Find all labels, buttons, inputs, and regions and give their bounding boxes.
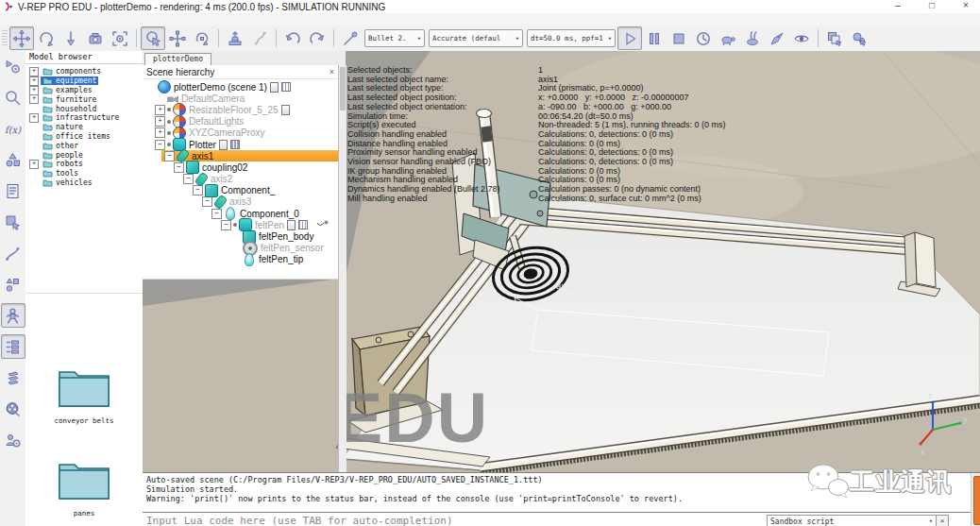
timestep-combo[interactable]: dt=50.0 ms, ppf=1 ▾ <box>527 29 616 47</box>
expand-toggle[interactable]: − <box>211 209 222 219</box>
object-properties-button[interactable] <box>1 85 25 110</box>
folder-body[interactable]: examples <box>41 86 94 94</box>
customization-badge-icon[interactable] <box>230 140 240 149</box>
simulation-settings-button[interactable] <box>1 54 25 78</box>
camera-pan-button[interactable] <box>9 26 34 50</box>
minimize-button[interactable]: – <box>891 0 904 13</box>
model-folder-row[interactable]: vehicles <box>29 178 143 188</box>
hierarchy-toggle-button[interactable] <box>1 334 25 359</box>
scripts-button[interactable] <box>1 178 25 203</box>
lua-code-input[interactable] <box>143 513 767 526</box>
folder-body[interactable]: office items <box>41 132 112 141</box>
model-thumbnail-conveyor[interactable]: conveyor belts <box>48 363 120 425</box>
select-button[interactable] <box>141 26 165 50</box>
hierarchy-row[interactable]: − axis3 <box>199 196 338 208</box>
model-folder-row[interactable]: + equipment <box>29 76 143 86</box>
expand-toggle[interactable]: − <box>164 151 175 161</box>
toolbar-grip[interactable] <box>2 30 8 47</box>
expand-toggle[interactable]: + <box>155 105 165 115</box>
visualization-toggle-button[interactable] <box>789 26 814 50</box>
hierarchy-row[interactable]: feltPen_body <box>228 230 338 242</box>
hierarchy-scrollbar[interactable] <box>338 65 346 472</box>
fit-to-view-button[interactable] <box>108 26 132 50</box>
expand-toggle[interactable]: + <box>29 94 39 104</box>
customization-badge-icon[interactable] <box>298 220 308 229</box>
close-icon[interactable]: × <box>329 67 334 76</box>
folder-body[interactable]: furniture <box>41 95 98 104</box>
script-target-combo[interactable]: Sandbox script ▾ <box>767 515 937 526</box>
model-browser-toggle-button[interactable] <box>1 303 25 328</box>
title-bar[interactable]: V-REP PRO EDU - plotterDemo - rendering:… <box>0 0 980 13</box>
folder-body[interactable]: equipment <box>41 76 98 85</box>
model-folder-row[interactable]: office items <box>29 132 143 142</box>
hierarchy-row[interactable]: + ResizableFloor_5_25 <box>152 104 338 115</box>
expand-toggle[interactable]: + <box>155 116 165 127</box>
assemble-button[interactable] <box>223 26 247 50</box>
stop-button[interactable] <box>667 26 691 50</box>
model-folder-row[interactable]: + furniture <box>29 94 143 104</box>
expand-toggle[interactable]: + <box>29 113 39 123</box>
model-folder-row[interactable]: + components <box>29 67 143 76</box>
expand-toggle[interactable]: + <box>155 127 165 138</box>
redo-button[interactable] <box>305 26 329 50</box>
hierarchy-row[interactable]: feltPen_tip <box>228 254 338 265</box>
video-recorder-button[interactable] <box>1 397 25 421</box>
expand-toggle[interactable]: − <box>174 162 184 173</box>
expand-toggle[interactable]: − <box>155 140 165 150</box>
object-translate-button[interactable] <box>165 26 190 50</box>
folder-body[interactable]: other <box>41 142 80 150</box>
speed-up-rabbit-button[interactable] <box>740 26 765 50</box>
page-selector-button[interactable] <box>822 26 847 50</box>
undo-button[interactable] <box>280 26 305 50</box>
expand-toggle[interactable]: − <box>183 174 194 184</box>
model-folder-row[interactable]: + infrastructure <box>29 113 143 123</box>
folder-body[interactable]: nature <box>41 123 85 131</box>
expand-toggle[interactable]: + <box>29 76 39 86</box>
close-button[interactable]: × <box>959 0 972 13</box>
model-folder-row[interactable]: other <box>29 141 143 150</box>
hierarchy-row[interactable]: − feltPen <box>218 219 338 230</box>
pen-marker-button[interactable] <box>338 26 363 50</box>
physics-engine-combo[interactable]: Bullet 2. ▾ <box>364 29 425 47</box>
expand-toggle[interactable]: − <box>202 196 212 207</box>
folder-body[interactable]: people <box>41 151 85 160</box>
shape-edit-button[interactable] <box>1 210 25 234</box>
play-button[interactable] <box>617 26 642 50</box>
hierarchy-row[interactable]: feltPen_sensor <box>228 243 338 254</box>
console-close-button[interactable]: × <box>936 515 949 526</box>
customization-badge-icon[interactable] <box>281 82 291 92</box>
model-folder-row[interactable]: nature <box>29 123 143 132</box>
hierarchy-row[interactable]: − Component_ <box>190 185 338 196</box>
model-folder-row[interactable]: household <box>29 104 143 113</box>
expand-toggle[interactable]: − <box>193 185 203 195</box>
camera-angle-button[interactable] <box>83 26 108 50</box>
folder-body[interactable]: household <box>41 105 98 113</box>
collections-button[interactable] <box>1 147 25 172</box>
expand-toggle[interactable]: + <box>29 160 39 169</box>
expand-toggle[interactable]: + <box>29 67 39 76</box>
folder-body[interactable]: infrastructure <box>41 113 121 122</box>
calculation-modules-button[interactable]: f(x) <box>1 116 25 141</box>
model-folder-row[interactable]: + robots <box>29 160 143 169</box>
folder-body[interactable]: vehicles <box>41 178 94 187</box>
user-settings-button[interactable] <box>1 428 25 452</box>
scrollbar-thumb[interactable] <box>340 67 346 110</box>
precision-combo[interactable]: Accurate (defaul ▾ <box>429 29 523 47</box>
folder-body[interactable]: tools <box>41 169 80 178</box>
model-folder-row[interactable]: tools <box>29 169 143 178</box>
hierarchy-row[interactable]: − axis2 <box>180 174 338 185</box>
script-badge-icon[interactable] <box>270 82 279 93</box>
layers-button[interactable] <box>1 365 25 390</box>
maximize-button[interactable]: □ <box>925 0 938 13</box>
script-badge-icon[interactable] <box>281 105 290 115</box>
script-badge-icon[interactable] <box>219 140 228 150</box>
pause-button[interactable] <box>642 26 667 50</box>
folder-body[interactable]: components <box>41 67 103 76</box>
object-rotate-button[interactable] <box>190 26 214 50</box>
threaded-rendering-button[interactable] <box>765 26 789 50</box>
camera-zoom-button[interactable] <box>59 26 83 50</box>
real-time-toggle-button[interactable] <box>691 26 716 50</box>
hierarchy-row[interactable]: − coupling02 <box>171 161 338 173</box>
primitives-button[interactable] <box>1 272 25 297</box>
hierarchy-row[interactable]: + DefaultLights <box>152 116 338 127</box>
